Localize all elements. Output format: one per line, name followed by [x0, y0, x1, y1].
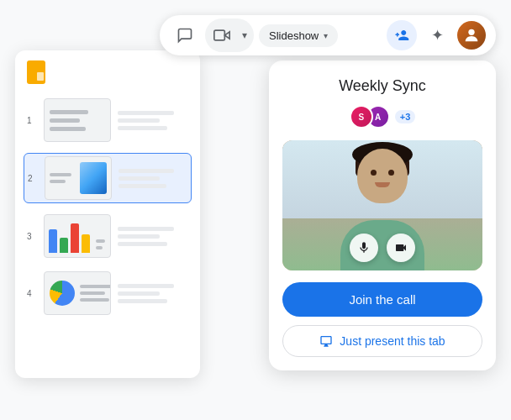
- person-eyes: [371, 167, 394, 177]
- join-call-label: Join the call: [349, 292, 415, 307]
- user-avatar-button[interactable]: [457, 21, 486, 50]
- svg-marker-0: [224, 32, 229, 39]
- present-tab-label: Just present this tab: [340, 334, 445, 348]
- svg-rect-1: [214, 30, 225, 40]
- participant-avatar-1: S: [350, 105, 373, 129]
- pie-chart-icon: [50, 281, 75, 306]
- add-person-icon: [394, 28, 409, 43]
- slideshow-dropdown-arrow: ▾: [324, 31, 328, 40]
- slide-number-1: 1: [27, 116, 37, 125]
- participants-row: S A +3: [282, 105, 482, 129]
- present-tab-button[interactable]: Just present this tab: [282, 325, 482, 357]
- present-tab-icon: [319, 334, 333, 348]
- extra-participants-badge: +3: [395, 110, 416, 123]
- camera-button[interactable]: [207, 20, 237, 50]
- slide-info-1: [118, 111, 188, 130]
- slide-item-1[interactable]: 1: [24, 96, 192, 144]
- slide-info-4: [118, 284, 188, 303]
- slides-header: [24, 60, 192, 84]
- slide-thumb-2: [45, 156, 112, 200]
- add-people-button[interactable]: [387, 20, 417, 50]
- camera-icon: [213, 27, 230, 44]
- slide-item-3[interactable]: 3: [24, 212, 192, 260]
- participant-1-initials: S: [358, 113, 364, 122]
- participant-2-initials: A: [375, 113, 381, 122]
- join-call-button[interactable]: Join the call: [282, 282, 482, 317]
- cam-icon: [394, 241, 408, 255]
- slide-info-2: [119, 169, 187, 188]
- video-preview: [282, 140, 482, 270]
- slide-item-4[interactable]: 4: [24, 269, 192, 318]
- slide-thumb-1: [44, 98, 111, 142]
- slide-number-4: 4: [27, 289, 37, 298]
- camera-dropdown-arrow[interactable]: ▾: [239, 29, 250, 41]
- slide-item-2[interactable]: 2: [24, 153, 192, 203]
- meet-title: Weekly Sync: [282, 77, 482, 95]
- toolbar: ▾ Slideshow ▾ ✦: [160, 15, 496, 55]
- meet-panel: Weekly Sync S A +3: [269, 60, 496, 370]
- slide-number-2: 2: [28, 174, 38, 183]
- slide-thumb-3: [44, 214, 111, 258]
- star-icon: ✦: [431, 26, 444, 45]
- user-avatar-icon: [462, 26, 481, 45]
- star-button[interactable]: ✦: [422, 20, 452, 50]
- camera-button-group: ▾: [205, 18, 254, 52]
- chat-icon: [176, 27, 193, 44]
- cam-toggle-button[interactable]: [387, 234, 415, 262]
- slideshow-label: Slideshow: [269, 29, 319, 42]
- mic-icon: [357, 241, 371, 255]
- svg-point-2: [468, 29, 474, 35]
- video-controls: [350, 234, 415, 262]
- mic-button[interactable]: [350, 234, 378, 262]
- slide-number-3: 3: [27, 232, 37, 241]
- slideshow-button[interactable]: Slideshow ▾: [259, 24, 338, 47]
- slide-thumb-4: [44, 271, 111, 315]
- slides-panel: 1 2 3: [15, 50, 200, 378]
- slide-info-3: [118, 227, 188, 246]
- slides-app-icon: [27, 60, 45, 84]
- chat-button[interactable]: [170, 20, 200, 50]
